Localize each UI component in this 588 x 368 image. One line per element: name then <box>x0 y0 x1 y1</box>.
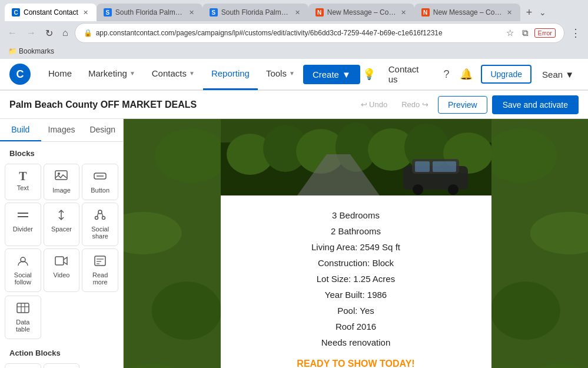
block-event[interactable] <box>5 363 41 368</box>
image-block-label: Image <box>52 187 71 194</box>
tab-close-4[interactable]: ✕ <box>400 8 407 17</box>
button-block-label: Button <box>91 187 109 194</box>
block-image[interactable]: Image <box>44 164 80 200</box>
save-activate-button[interactable]: Save and activate <box>492 95 579 114</box>
svg-point-39 <box>491 281 560 340</box>
sidebar-tabs: Build Images Design <box>0 119 123 142</box>
block-divider[interactable]: Divider <box>5 203 41 246</box>
block-video[interactable]: Video <box>44 248 80 292</box>
svg-point-31 <box>152 281 221 340</box>
contact-us-link[interactable]: Contact us <box>384 62 436 87</box>
user-menu[interactable]: Sean ▼ <box>537 67 579 82</box>
tab-title-4: New Message – Constant Co... <box>327 8 396 16</box>
bookmarks-label[interactable]: 📁 Bookmarks <box>5 46 58 57</box>
preview-button[interactable]: Preview <box>438 96 487 114</box>
nav-right-actions: 💡 Contact us ? 🔔 Upgrade Sean ▼ <box>360 62 579 87</box>
sidebar-tab-design[interactable]: Design <box>82 119 123 141</box>
block-product[interactable] <box>44 363 80 368</box>
svg-rect-0 <box>55 171 67 180</box>
more-options-button[interactable]: ⋮ <box>568 25 583 41</box>
social-share-block-label: Social share <box>86 226 114 240</box>
block-spacer[interactable]: Spacer <box>44 203 80 246</box>
app-nav: C Home Marketing ▼ Contacts ▼ Reporting … <box>0 59 588 91</box>
bookmarks-bar: 📁 Bookmarks <box>0 45 588 59</box>
nav-reporting[interactable]: Reporting <box>203 58 258 90</box>
tab-favicon-3: S <box>210 8 218 16</box>
address-bar[interactable]: 🔒 app.constantcontact.com/pages/campaign… <box>75 23 564 43</box>
nav-marketing[interactable]: Marketing ▼ <box>80 58 144 90</box>
foliage-right <box>491 119 589 368</box>
svg-rect-18 <box>17 303 29 313</box>
bathrooms-text: 2 Bathrooms <box>238 223 474 239</box>
tab-close-2[interactable]: ✕ <box>188 8 195 17</box>
extensions-icon[interactable]: ⧉ <box>520 26 531 39</box>
tab-sfpb2[interactable]: S South Florida Palm Beach Co... ✕ <box>202 4 308 21</box>
block-button[interactable]: Button <box>82 164 118 200</box>
image-block-icon <box>55 170 68 184</box>
notifications-button[interactable]: 🔔 <box>457 65 475 83</box>
tab-nm1[interactable]: N New Message – Constant Co... ✕ <box>308 4 414 21</box>
tab-title-1: Constant Contact <box>24 8 78 16</box>
tab-bar: C Constant Contact ✕ S South Florida Pal… <box>0 0 588 21</box>
tab-sfpb1[interactable]: S South Florida Palm Beach Co... ✕ <box>97 4 202 21</box>
video-block-icon <box>55 255 68 269</box>
nav-tools[interactable]: Tools ▼ <box>258 58 303 90</box>
forward-button[interactable]: → <box>24 25 39 41</box>
block-social-share[interactable]: Social share <box>82 203 118 246</box>
action-blocks-section-title: Action Blocks <box>0 342 123 361</box>
tab-constantcontact[interactable]: C Constant Contact ✕ <box>5 4 97 21</box>
tab-close-5[interactable]: ✕ <box>506 8 513 17</box>
nav-links: Home Marketing ▼ Contacts ▼ Reporting To… <box>40 58 303 90</box>
svg-rect-55 <box>415 161 430 172</box>
user-name: Sean <box>542 69 563 79</box>
toolbar-right: ↩ Undo Redo ↪ Preview Save and activate <box>356 95 579 114</box>
nav-contacts[interactable]: Contacts ▼ <box>144 58 203 90</box>
tab-close-3[interactable]: ✕ <box>294 8 301 17</box>
help-button[interactable]: ? <box>441 66 451 83</box>
tab-close-1[interactable]: ✕ <box>82 8 89 17</box>
block-read-more[interactable]: Read more <box>82 248 118 292</box>
needs-renovation-text: Needs renovation <box>238 334 474 350</box>
svg-rect-13 <box>55 257 64 265</box>
user-arrow-icon: ▼ <box>565 69 574 79</box>
sidebar-tab-build[interactable]: Build <box>0 119 41 141</box>
create-button[interactable]: Create ▼ <box>303 65 360 84</box>
text-block-label: Text <box>17 184 29 191</box>
nav-home[interactable]: Home <box>40 58 80 90</box>
new-tab-button[interactable]: + <box>523 6 536 19</box>
roof-text: Roof 2016 <box>238 319 474 334</box>
svg-point-1 <box>58 173 60 175</box>
spacer-block-icon <box>55 209 68 223</box>
svg-point-53 <box>413 184 423 195</box>
spacer-block-label: Spacer <box>51 226 72 233</box>
error-badge: Error <box>534 28 556 38</box>
divider-block-label: Divider <box>13 226 33 233</box>
reload-button[interactable]: ↻ <box>42 25 56 41</box>
action-blocks-grid <box>0 361 123 368</box>
sidebar-tab-images[interactable]: Images <box>41 119 82 141</box>
tab-nm2[interactable]: N New Message – Constant Co... ✕ <box>414 4 520 21</box>
tab-title-5: New Message – Constant Co... <box>433 8 502 16</box>
svg-point-54 <box>448 184 459 195</box>
tab-favicon-1: C <box>12 8 20 16</box>
read-more-block-icon <box>94 255 107 269</box>
svg-rect-14 <box>95 256 105 266</box>
editor-toolbar: Palm Beach County OFF MARKET DEALS ↩ Und… <box>0 91 588 119</box>
upgrade-button[interactable]: Upgrade <box>481 65 531 84</box>
svg-point-7 <box>98 210 102 214</box>
undo-button[interactable]: ↩ Undo <box>356 98 393 111</box>
app-logo: C <box>9 64 31 85</box>
lock-icon: 🔒 <box>84 29 92 37</box>
back-button[interactable]: ← <box>5 25 20 41</box>
lightbulb-button[interactable]: 💡 <box>360 65 378 83</box>
block-data-table[interactable]: Data table <box>5 296 41 339</box>
block-social-follow[interactable]: Social follow <box>5 248 41 292</box>
ready-show-text: READY TO SHOW TODAY! <box>238 359 474 368</box>
block-text[interactable]: T Text <box>5 164 41 200</box>
tab-title-2: South Florida Palm Beach Co... <box>115 8 184 16</box>
video-block-label: Video <box>54 271 70 279</box>
bookmark-star-icon[interactable]: ☆ <box>504 26 516 39</box>
redo-button[interactable]: Redo ↪ <box>397 98 433 111</box>
home-button[interactable]: ⌂ <box>59 25 71 41</box>
tab-overflow-button[interactable]: ⌄ <box>536 8 550 17</box>
